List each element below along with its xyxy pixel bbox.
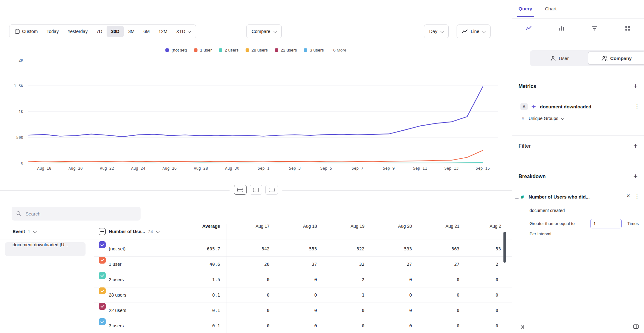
group-column-header[interactable]: Number of Use... 24 xyxy=(99,224,159,239)
x-tick-label: Aug 30 xyxy=(225,166,239,171)
compare-button[interactable]: Compare xyxy=(246,25,282,38)
legend-label: 22 users xyxy=(281,48,297,52)
chevron-down-icon xyxy=(482,29,486,33)
close-icon[interactable]: × xyxy=(626,193,630,199)
range-label: Today xyxy=(47,29,59,34)
collapse-panel-icon[interactable] xyxy=(519,324,525,330)
row-value-clipped: 0 xyxy=(496,272,498,287)
series-line xyxy=(29,162,483,163)
table-row: 22 users0.1000000 xyxy=(94,303,512,318)
entity-company[interactable]: Company xyxy=(588,52,644,65)
tab-chart[interactable]: Chart xyxy=(545,6,557,11)
layout-toggle-bottom-panel[interactable] xyxy=(265,185,278,195)
search-bar xyxy=(12,207,141,221)
breakdown-property[interactable]: Number of Users who did... xyxy=(529,194,590,199)
layout-toggle-split-horizontal[interactable] xyxy=(234,185,247,195)
legend-item[interactable]: (not set) xyxy=(165,48,187,52)
metrics-title: Metrics xyxy=(519,84,536,89)
granularity-button[interactable]: Day xyxy=(424,25,449,38)
range-12m[interactable]: 12M xyxy=(154,26,172,37)
row-value: 0 xyxy=(273,318,317,333)
row-value: 0 xyxy=(415,318,459,333)
range-7d[interactable]: 7D xyxy=(92,26,107,37)
add-filter-button[interactable]: + xyxy=(631,142,640,150)
range-30d[interactable]: 30D xyxy=(107,26,124,37)
row-value: 0 xyxy=(368,272,412,287)
average-column-header: Average xyxy=(170,224,220,229)
row-checkbox[interactable] xyxy=(99,241,106,248)
vertical-scrollbar-thumb[interactable] xyxy=(503,232,506,263)
legend-label: (not set) xyxy=(171,48,187,52)
row-value: 2 xyxy=(320,272,364,287)
add-metric-button[interactable]: + xyxy=(631,82,640,90)
select-all-checkbox[interactable] xyxy=(99,228,106,235)
grid-icon xyxy=(625,25,631,31)
row-checkbox[interactable] xyxy=(99,272,106,279)
row-value: 32 xyxy=(320,257,364,272)
viz-bar-chart-tab[interactable] xyxy=(545,19,578,38)
x-tick-label: Sep 9 xyxy=(383,166,395,171)
range-6m[interactable]: 6M xyxy=(139,26,154,37)
breakdown-kebab-icon[interactable]: ⋮ xyxy=(634,194,640,199)
row-value: 542 xyxy=(225,241,269,257)
x-tick-label: Sep 15 xyxy=(476,166,490,171)
chart-type-button[interactable]: Line xyxy=(457,25,491,38)
entity-user[interactable]: User xyxy=(531,52,588,65)
section-divider xyxy=(512,162,644,162)
legend-item[interactable]: 2 users xyxy=(219,48,239,52)
row-checkbox[interactable] xyxy=(99,303,106,310)
viz-more-charts-tab[interactable] xyxy=(611,19,644,38)
measure-selector[interactable]: Unique Groups xyxy=(529,116,564,121)
legend-item[interactable]: 28 users xyxy=(246,48,268,52)
legend-item[interactable]: 3 users xyxy=(304,48,324,52)
funnel-icon xyxy=(591,25,598,31)
range-label: XTD xyxy=(176,29,185,34)
chart-legend: (not set)1 user2 users28 users22 users3 … xyxy=(0,48,512,52)
main-area: 05001K1.5K2KAug 18Aug 20Aug 22Aug 24Aug … xyxy=(0,0,512,333)
event-count: 1 xyxy=(28,229,31,234)
row-value: 0 xyxy=(273,303,317,318)
breakdown-condition[interactable]: Greater than or equal to xyxy=(530,221,575,226)
layout-toggle-group xyxy=(230,185,282,195)
row-average: 0.1 xyxy=(170,303,220,318)
metric-event-name[interactable]: document downloaded xyxy=(540,104,591,109)
drag-handle-icon[interactable] xyxy=(515,195,519,199)
table-row: 3 users0.1000000 xyxy=(94,318,512,333)
range-yesterday[interactable]: Yesterday xyxy=(63,26,92,37)
x-tick-label: Sep 3 xyxy=(289,166,301,171)
viz-funnel-tab[interactable] xyxy=(578,19,611,38)
range-3m[interactable]: 3M xyxy=(124,26,139,37)
row-value: 0 xyxy=(415,287,459,303)
row-value-clipped: 2 xyxy=(496,257,498,272)
granularity-label: Day xyxy=(429,29,437,34)
event-column-header[interactable]: Event 1 xyxy=(13,224,36,239)
layout-toggle-split-vertical[interactable] xyxy=(250,185,262,195)
row-value: 0 xyxy=(225,287,269,303)
chevron-down-icon xyxy=(33,229,36,233)
tab-query[interactable]: Query xyxy=(519,6,532,11)
x-tick-label: Sep 7 xyxy=(352,166,364,171)
legend-more[interactable]: +6 More xyxy=(331,48,347,52)
row-checkbox[interactable] xyxy=(99,257,106,264)
panel-toggle-icon[interactable] xyxy=(633,324,639,330)
row-checkbox[interactable] xyxy=(99,318,106,325)
row-checkbox[interactable] xyxy=(99,287,106,294)
add-breakdown-button[interactable]: + xyxy=(631,172,640,181)
range-today[interactable]: Today xyxy=(42,26,63,37)
search-input[interactable] xyxy=(25,211,136,217)
times-value-input[interactable] xyxy=(590,219,622,228)
range-xtd[interactable]: XTD xyxy=(172,26,195,37)
chevron-down-icon xyxy=(156,229,160,233)
chevron-down-icon xyxy=(273,29,277,33)
line-chart-icon xyxy=(462,29,468,34)
range-label: 6M xyxy=(143,29,150,34)
viz-line-chart-tab[interactable] xyxy=(512,19,545,38)
legend-item[interactable]: 1 user xyxy=(194,48,212,52)
event-list-item[interactable]: document downloaded [U... xyxy=(5,242,86,256)
metric-kebab-icon[interactable]: ⋮ xyxy=(634,104,640,109)
range-custom[interactable]: Custom xyxy=(10,26,42,37)
split-vertical-icon xyxy=(253,188,259,192)
legend-item[interactable]: 22 users xyxy=(275,48,297,52)
x-tick-label: Aug 28 xyxy=(194,166,208,171)
breakdown-event[interactable]: document created xyxy=(530,208,565,213)
